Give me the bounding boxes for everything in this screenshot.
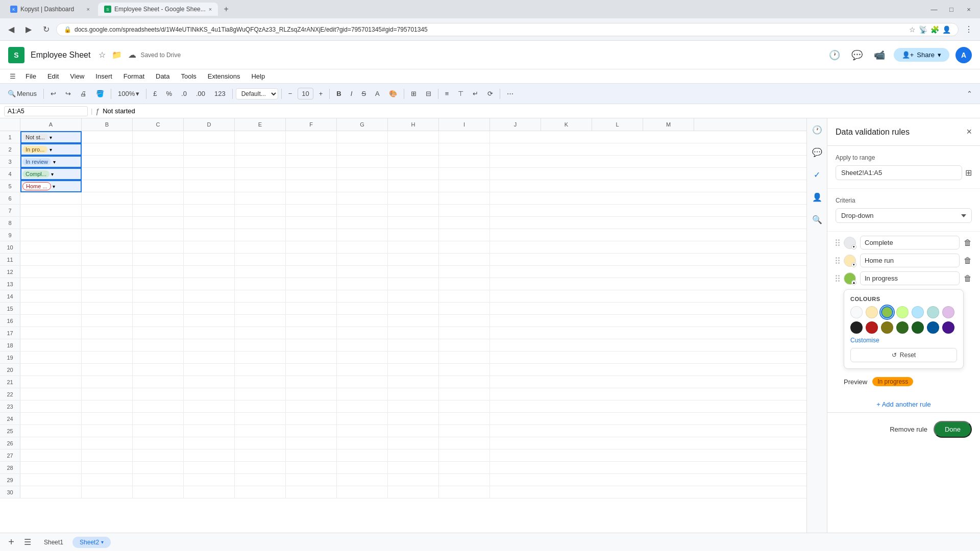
cell-g10[interactable] (337, 241, 388, 254)
cell-h30[interactable] (388, 486, 439, 498)
increase-font-button[interactable]: + (315, 88, 327, 99)
cell-i17[interactable] (439, 327, 490, 339)
color-blue-light[interactable] (912, 306, 924, 318)
cell-c19[interactable] (133, 352, 184, 364)
cell-i3[interactable] (439, 156, 490, 168)
cell-a16[interactable] (20, 315, 82, 327)
cell-g25[interactable] (337, 425, 388, 437)
cell-e6[interactable] (235, 192, 286, 205)
cell-b29[interactable] (82, 474, 133, 486)
decrease-decimal-button[interactable]: .0 (178, 88, 190, 99)
cell-h5[interactable] (388, 180, 439, 192)
chat-icon[interactable]: 💬 (810, 145, 824, 159)
cell-i7[interactable] (439, 205, 490, 217)
cell-i26[interactable] (439, 437, 490, 449)
cell-e16[interactable] (235, 315, 286, 327)
menu-edit[interactable]: Edit (42, 71, 64, 81)
cell-a28[interactable] (20, 462, 82, 474)
cell-e2[interactable] (235, 143, 286, 156)
cell-e21[interactable] (235, 376, 286, 388)
cell-c23[interactable] (133, 400, 184, 413)
cell-c28[interactable] (133, 462, 184, 474)
maximize-button[interactable]: □ (944, 2, 959, 16)
cell-f14[interactable] (286, 290, 337, 303)
menu-help[interactable]: Help (246, 71, 270, 81)
drag-handle-homerun[interactable] (836, 257, 840, 264)
cell-h11[interactable] (388, 254, 439, 266)
cell-c26[interactable] (133, 437, 184, 449)
cell-i20[interactable] (439, 364, 490, 376)
swatch-dropdown-inprogress[interactable]: ▲ (851, 280, 856, 285)
cell-c21[interactable] (133, 376, 184, 388)
cell-a27[interactable] (20, 449, 82, 462)
cell-c17[interactable] (133, 327, 184, 339)
cell-d10[interactable] (184, 241, 235, 254)
cell-e12[interactable] (235, 266, 286, 278)
cell-d14[interactable] (184, 290, 235, 303)
cell-d27[interactable] (184, 449, 235, 462)
remove-rule-button[interactable]: Remove rule (890, 425, 927, 433)
address-bar[interactable]: 🔒 docs.google.com/spreadsheets/d/1W4eUTI… (56, 23, 959, 36)
move-doc-icon[interactable]: 📁 (110, 48, 124, 62)
cell-a17[interactable] (20, 327, 82, 339)
cell-f1[interactable] (286, 131, 337, 143)
validation-text-inprogress[interactable] (860, 271, 960, 285)
menu-file[interactable]: File (20, 71, 41, 81)
cloud-save-icon[interactable]: ☁ (126, 48, 138, 62)
cell-f3[interactable] (286, 156, 337, 168)
cell-i16[interactable] (439, 315, 490, 327)
menu-data[interactable]: Data (151, 71, 175, 81)
criteria-select[interactable]: Drop-down (836, 208, 972, 223)
cell-i5[interactable] (439, 180, 490, 192)
color-lime[interactable] (896, 306, 909, 318)
cell-f9[interactable] (286, 229, 337, 241)
cell-a2[interactable]: In pro... ▾ (20, 143, 82, 156)
cell-f6[interactable] (286, 192, 337, 205)
cell-i22[interactable] (439, 388, 490, 400)
cell-h23[interactable] (388, 400, 439, 413)
customise-link[interactable]: Customise (850, 337, 957, 344)
menus-icon[interactable]: ☰ (6, 71, 19, 82)
cell-h12[interactable] (388, 266, 439, 278)
bold-button[interactable]: B (333, 88, 345, 99)
cell-c1[interactable] (133, 131, 184, 143)
cell-e28[interactable] (235, 462, 286, 474)
cell-a20[interactable] (20, 364, 82, 376)
cell-f11[interactable] (286, 254, 337, 266)
color-white[interactable] (850, 306, 863, 318)
cell-e23[interactable] (235, 400, 286, 413)
cell-f10[interactable] (286, 241, 337, 254)
fill-color-button[interactable]: 🎨 (385, 88, 401, 99)
delete-homerun-button[interactable]: 🗑 (964, 256, 972, 265)
drag-handle-complete[interactable] (836, 239, 840, 246)
cell-h8[interactable] (388, 217, 439, 229)
cell-d8[interactable] (184, 217, 235, 229)
cell-f15[interactable] (286, 303, 337, 315)
cell-g24[interactable] (337, 413, 388, 425)
cell-c9[interactable] (133, 229, 184, 241)
cell-a25[interactable] (20, 425, 82, 437)
cell-h22[interactable] (388, 388, 439, 400)
cell-b28[interactable] (82, 462, 133, 474)
cell-g15[interactable] (337, 303, 388, 315)
cell-c11[interactable] (133, 254, 184, 266)
cell-i13[interactable] (439, 278, 490, 290)
cell-d20[interactable] (184, 364, 235, 376)
cell-c14[interactable] (133, 290, 184, 303)
cell-b22[interactable] (82, 388, 133, 400)
cell-g26[interactable] (337, 437, 388, 449)
cell-d24[interactable] (184, 413, 235, 425)
cell-g8[interactable] (337, 217, 388, 229)
cell-i10[interactable] (439, 241, 490, 254)
align-button[interactable]: ≡ (442, 88, 453, 99)
cell-e17[interactable] (235, 327, 286, 339)
cell-g18[interactable] (337, 339, 388, 352)
cell-c16[interactable] (133, 315, 184, 327)
done-button[interactable]: Done (934, 421, 972, 438)
cell-d30[interactable] (184, 486, 235, 498)
cell-b15[interactable] (82, 303, 133, 315)
cell-d22[interactable] (184, 388, 235, 400)
cell-c7[interactable] (133, 205, 184, 217)
cell-h7[interactable] (388, 205, 439, 217)
cell-a15[interactable] (20, 303, 82, 315)
